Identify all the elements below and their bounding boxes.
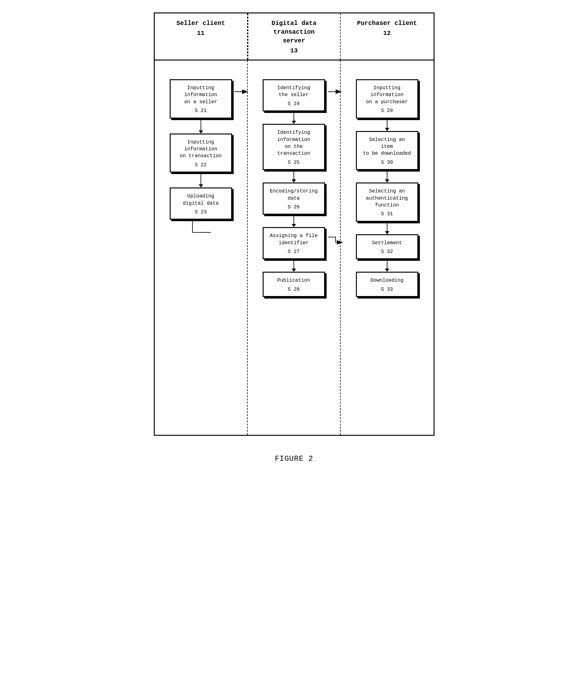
header-seller-number: 11 <box>158 29 244 38</box>
box-s24-step: S 24 <box>269 100 319 107</box>
header-purchaser-title: Purchaser client <box>344 19 430 28</box>
box-s27-text: Assigning a fileidentifier <box>269 232 319 246</box>
seller-column: Inputting informationon a seller S 21 In… <box>155 61 248 435</box>
box-s22-step: S 22 <box>176 162 226 168</box>
header-server-title: Digital datatransactionserver <box>251 19 337 45</box>
box-s31: Selecting anauthenticatingfunction S 31 <box>356 182 418 222</box>
figure-caption: FIGURE 2 <box>275 455 313 463</box>
arrow-s21-s22 <box>199 119 203 134</box>
header-purchaser-number: 12 <box>344 29 430 38</box>
box-s28-step: S 28 <box>269 286 319 293</box>
header-row: Seller client 11 Digital datatransaction… <box>155 13 434 61</box>
arrow-s31-s32 <box>385 222 389 234</box>
box-s27-step: S 27 <box>269 248 319 255</box>
box-s31-text: Selecting anauthenticatingfunction <box>362 188 412 209</box>
box-s32-step: S 32 <box>362 248 412 255</box>
arrow-s26-s27 <box>292 215 296 227</box>
box-s22-text: Inputting informationon transaction <box>176 139 226 160</box>
box-s33-step: S 33 <box>362 286 412 293</box>
box-s33: Downloading S 33 <box>356 272 418 297</box>
box-s29-text: Inputting informationon a purchaser <box>362 85 412 105</box>
box-s26: Encoding/storingdata S 26 <box>263 182 325 215</box>
box-s30-text: Selecting an itemto be downloaded <box>362 136 412 157</box>
box-s24-text: Identifyingthe seller <box>269 85 319 99</box>
arrow-s24-s25 <box>292 111 296 124</box>
box-s25-text: Identifying informationon the transactio… <box>269 129 319 157</box>
box-s23-step: S 23 <box>176 209 226 216</box>
box-s22: Inputting informationon transaction S 22 <box>170 134 232 173</box>
box-s29-step: S 29 <box>362 107 412 114</box>
header-seller-title: Seller client <box>158 19 244 28</box>
box-s31-step: S 31 <box>362 211 412 217</box>
header-server-number: 13 <box>251 46 337 55</box>
box-s21-step: S 21 <box>176 107 226 114</box>
arrow-s29-s30 <box>385 119 389 131</box>
box-s23-text: Uploadingdigital data <box>176 193 226 207</box>
box-s21-text: Inputting informationon a seller <box>176 85 226 105</box>
box-s26-step: S 26 <box>269 204 319 211</box>
box-s30: Selecting an itemto be downloaded S 30 <box>356 131 418 170</box>
box-s27: Assigning a fileidentifier S 27 <box>263 227 325 259</box>
arrow-s32-s33 <box>385 259 389 272</box>
arrow-s30-s31 <box>385 170 389 182</box>
box-s33-text: Downloading <box>362 277 412 284</box>
body-row: Inputting informationon a seller S 21 In… <box>155 61 434 435</box>
server-column: Identifyingthe seller S 24 Identifying i… <box>248 61 341 435</box>
box-s25: Identifying informationon the transactio… <box>263 124 325 170</box>
box-s26-text: Encoding/storingdata <box>269 188 319 202</box>
box-s25-step: S 25 <box>269 159 319 166</box>
body-wrapper: Inputting informationon a seller S 21 In… <box>155 61 434 435</box>
box-s32-text: Settlement <box>362 240 412 246</box>
box-s21: Inputting informationon a seller S 21 <box>170 79 232 119</box>
purchaser-column: Inputting informationon a purchaser S 29… <box>341 61 434 435</box>
box-s29: Inputting informationon a purchaser S 29 <box>356 79 418 119</box>
box-s28-text: Publication <box>269 277 319 284</box>
box-s23: Uploadingdigital data S 23 <box>170 187 232 220</box>
header-purchaser: Purchaser client 12 <box>341 13 434 60</box>
arrow-s27-s28 <box>292 259 296 272</box>
box-s30-step: S 30 <box>362 159 412 166</box>
header-seller: Seller client 11 <box>155 13 248 60</box>
box-s24: Identifyingthe seller S 24 <box>263 79 325 111</box>
arrow-s22-s23 <box>199 173 203 187</box>
box-s32: Settlement S 32 <box>356 234 418 260</box>
diagram: Seller client 11 Digital datatransaction… <box>154 12 435 436</box>
box-s28: Publication S 28 <box>263 272 325 297</box>
header-server: Digital datatransactionserver 13 <box>248 13 341 60</box>
arrow-s25-s26 <box>292 170 296 182</box>
